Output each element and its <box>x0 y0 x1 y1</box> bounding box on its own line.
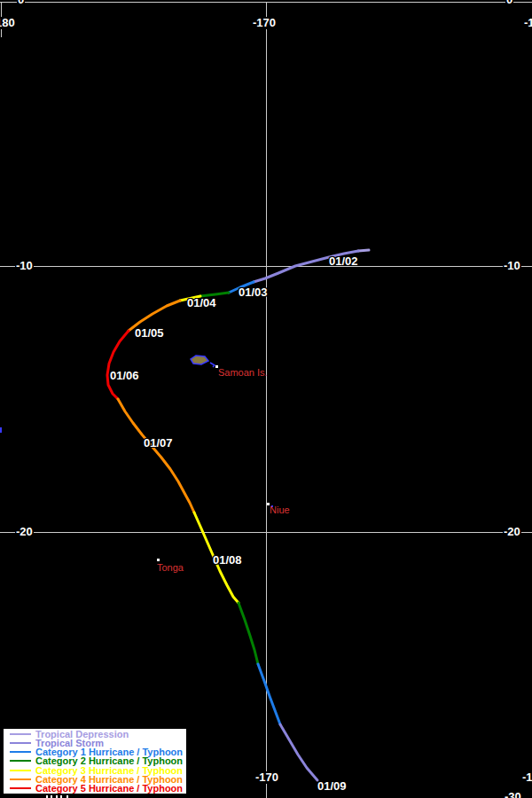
coordinate-label: -20 <box>15 526 34 538</box>
place-label: Tonga <box>157 563 184 573</box>
track-date-label: 01/06 <box>110 371 139 381</box>
legend-row-c5: Category 5 Hurricane / Typhoon <box>10 784 186 793</box>
track-date-label: 01/05 <box>135 328 164 339</box>
coordinate-label: 0 <box>17 0 25 6</box>
legend: Tropical DepressionTropical StormCategor… <box>2 727 188 795</box>
track-segment-c1 <box>258 664 280 724</box>
coordinate-label: -10 <box>15 260 34 272</box>
cyclone-track-map: 00180-170-160-10-10-20-20-170-160-3001/0… <box>0 0 532 798</box>
coordinate-label: 0 <box>505 0 513 6</box>
coordinate-label: 180 <box>0 17 16 29</box>
track-date-label: 01/09 <box>317 781 347 792</box>
legend-line-swatch <box>10 751 31 753</box>
legend-line-swatch <box>10 742 31 744</box>
samoa-small-island-shape <box>210 363 215 367</box>
coordinate-label: -20 <box>503 526 521 538</box>
track-segment-ts <box>280 724 317 780</box>
coordinate-label: -170 <box>254 771 279 784</box>
legend-label: Category 5 Hurricane / Typhoon <box>35 784 183 793</box>
legend-line-swatch <box>10 733 31 735</box>
edge-island-pixel <box>0 427 2 433</box>
coordinate-label: -170 <box>252 17 277 29</box>
legend-line-swatch <box>10 778 31 780</box>
legend-line-swatch <box>10 770 31 771</box>
place-label: Niue <box>270 505 290 515</box>
coordinate-label: -160 <box>521 771 532 784</box>
track-date-label: 01/07 <box>144 438 173 449</box>
track-date-label: 01/02 <box>329 256 358 267</box>
coordinate-label: -160 <box>523 17 532 29</box>
track-date-label: 01/03 <box>239 287 268 298</box>
coordinate-label: -30 <box>504 791 522 798</box>
track-date-label: 01/08 <box>213 555 242 566</box>
legend-line-swatch <box>10 787 31 789</box>
track-segment-c2 <box>239 603 258 664</box>
place-marker-dot <box>157 559 160 561</box>
track-segment-td <box>358 250 369 251</box>
map-canvas <box>0 0 532 798</box>
coordinate-label: -10 <box>503 260 521 272</box>
samoa-island-shape <box>191 356 208 364</box>
track-segment-c5 <box>107 331 129 399</box>
legend-line-swatch <box>10 760 31 762</box>
track-date-label: 01/04 <box>187 298 216 309</box>
track-segment-c4 <box>118 399 194 512</box>
place-label: Samoan Is. <box>218 368 268 378</box>
legend-label: Category 2 Hurricane / Typhoon <box>35 756 183 765</box>
